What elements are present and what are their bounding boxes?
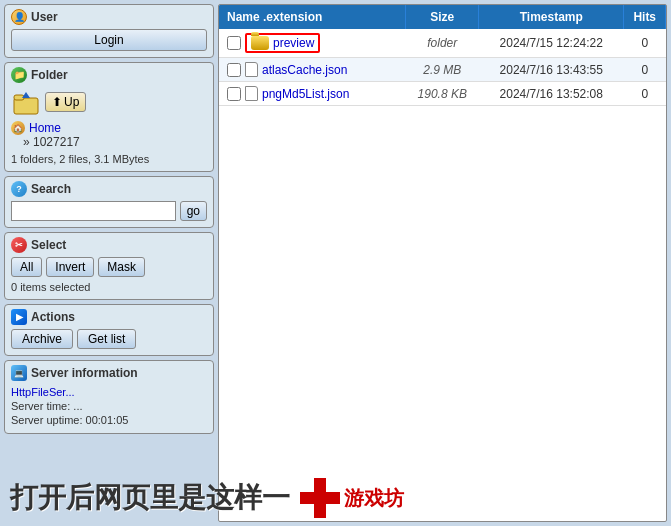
table-header-row: Name .extension Size Timestamp Hits [219, 5, 666, 29]
file-hits-cell: 0 [624, 29, 666, 58]
th-timestamp: Timestamp [479, 5, 624, 29]
breadcrumb: » 1027217 [11, 135, 207, 149]
select-icon: ✂ [11, 237, 27, 253]
server-uptime-label: Server uptime: 00:01:05 [11, 414, 128, 426]
user-title-label: User [31, 10, 58, 24]
search-go-button[interactable]: go [180, 201, 207, 221]
up-folder-svg [12, 88, 40, 116]
up-icon: ⬆ [52, 95, 62, 109]
table-row: previewfolder2024/7/15 12:24:220 [219, 29, 666, 58]
file-link[interactable]: atlasCache.json [262, 63, 347, 77]
actions-panel: ▶ Actions Archive Get list [4, 304, 214, 356]
select-panel-title: ✂ Select [11, 237, 207, 253]
user-panel-title: 👤 User [11, 9, 207, 25]
file-name-cell: atlasCache.json [219, 58, 406, 82]
folder-title-label: Folder [31, 68, 68, 82]
file-size-cell: folder [406, 29, 479, 58]
user-icon: 👤 [11, 9, 27, 25]
row-checkbox[interactable] [227, 36, 241, 50]
th-size: Size [406, 5, 479, 29]
search-title-label: Search [31, 182, 71, 196]
file-name-cell: pngMd5List.json [219, 82, 406, 106]
select-buttons: All Invert Mask [11, 257, 207, 277]
actions-icon: ▶ [11, 309, 27, 325]
file-timestamp-cell: 2024/7/16 13:43:55 [479, 58, 624, 82]
folder-panel-title: 📁 Folder [11, 67, 207, 83]
server-time-label: Server time: ... [11, 400, 83, 412]
sidebar: 👤 User Login 📁 Folder ⬆ Up [0, 0, 218, 526]
items-selected-label: 0 items selected [11, 281, 207, 293]
file-icon [245, 62, 258, 77]
file-icon [245, 86, 258, 101]
row-checkbox[interactable] [227, 63, 241, 77]
table-row: atlasCache.json2.9 MB2024/7/16 13:43:550 [219, 58, 666, 82]
server-info-panel: 💻 Server information HttpFileSer... Serv… [4, 360, 214, 434]
server-panel-title: 💻 Server information [11, 365, 207, 381]
server-link[interactable]: HttpFileSer... [11, 386, 75, 398]
folder-info: 1 folders, 2 files, 3.1 MBytes [11, 153, 207, 165]
select-panel: ✂ Select All Invert Mask 0 items selecte… [4, 232, 214, 300]
search-panel: ? Search go [4, 176, 214, 228]
folder-panel: 📁 Folder ⬆ Up 🏠 Home » 1027217 1 folders… [4, 62, 214, 172]
select-title-label: Select [31, 238, 66, 252]
search-input[interactable] [11, 201, 176, 221]
file-timestamp-cell: 2024/7/16 13:52:08 [479, 82, 624, 106]
actions-title-label: Actions [31, 310, 75, 324]
files-table-element: Name .extension Size Timestamp Hits prev… [219, 5, 666, 106]
file-timestamp-cell: 2024/7/15 12:24:22 [479, 29, 624, 58]
search-icon: ? [11, 181, 27, 197]
select-invert-button[interactable]: Invert [46, 257, 94, 277]
main-content: Name .extension Size Timestamp Hits prev… [218, 0, 671, 526]
select-all-button[interactable]: All [11, 257, 42, 277]
highlight-box: preview [245, 33, 320, 53]
file-table: Name .extension Size Timestamp Hits prev… [218, 4, 667, 522]
archive-button[interactable]: Archive [11, 329, 73, 349]
actions-panel-title: ▶ Actions [11, 309, 207, 325]
file-link[interactable]: pngMd5List.json [262, 87, 349, 101]
th-hits: Hits [624, 5, 666, 29]
up-image-icon [11, 87, 41, 117]
up-button[interactable]: ⬆ Up [45, 92, 86, 112]
up-row: ⬆ Up [11, 87, 207, 117]
home-link[interactable]: Home [29, 121, 61, 135]
get-list-button[interactable]: Get list [77, 329, 136, 349]
user-panel: 👤 User Login [4, 4, 214, 58]
login-button[interactable]: Login [11, 29, 207, 51]
folder-panel-icon: 📁 [11, 67, 27, 83]
server-icon: 💻 [11, 365, 27, 381]
search-row: go [11, 201, 207, 221]
file-table-body: previewfolder2024/7/15 12:24:220atlasCac… [219, 29, 666, 106]
search-panel-title: ? Search [11, 181, 207, 197]
file-hits-cell: 0 [624, 58, 666, 82]
file-name-cell: preview [219, 29, 406, 58]
server-title-label: Server information [31, 366, 138, 380]
home-row: 🏠 Home [11, 121, 207, 135]
file-hits-cell: 0 [624, 82, 666, 106]
file-link[interactable]: preview [273, 36, 314, 50]
row-checkbox[interactable] [227, 87, 241, 101]
file-size-cell: 2.9 MB [406, 58, 479, 82]
up-label: Up [64, 95, 79, 109]
folder-icon [251, 36, 269, 50]
home-icon: 🏠 [11, 121, 25, 135]
th-name: Name .extension [219, 5, 406, 29]
select-mask-button[interactable]: Mask [98, 257, 145, 277]
table-row: pngMd5List.json190.8 KB2024/7/16 13:52:0… [219, 82, 666, 106]
actions-buttons: Archive Get list [11, 329, 207, 349]
file-size-cell: 190.8 KB [406, 82, 479, 106]
